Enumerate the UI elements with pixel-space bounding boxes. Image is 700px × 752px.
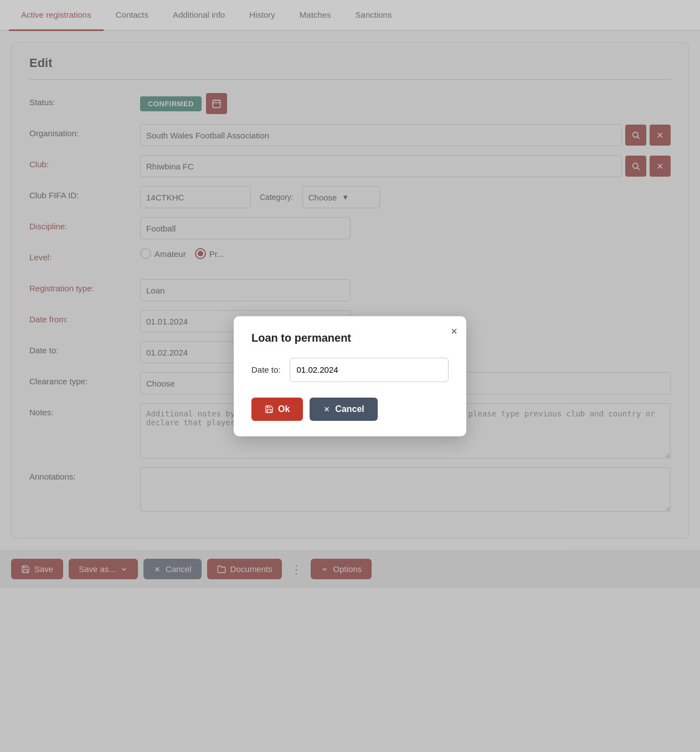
modal-date-to-input[interactable] [290,358,449,382]
modal-actions: Ok Cancel [251,398,449,421]
save-icon [265,405,274,414]
modal-ok-label: Ok [278,404,290,414]
modal-date-to-field: Date to: [251,358,449,382]
modal-overlay: Loan to permanent × Date to: Ok Cancel [0,0,700,588]
modal-title: Loan to permanent [251,332,449,344]
modal-close-button[interactable]: × [451,325,457,338]
modal-date-to-label: Date to: [251,365,281,374]
loan-to-permanent-modal: Loan to permanent × Date to: Ok Cancel [234,316,466,436]
close-icon [323,405,331,413]
modal-cancel-label: Cancel [335,404,364,414]
modal-ok-button[interactable]: Ok [251,398,303,421]
modal-cancel-button[interactable]: Cancel [310,398,377,421]
